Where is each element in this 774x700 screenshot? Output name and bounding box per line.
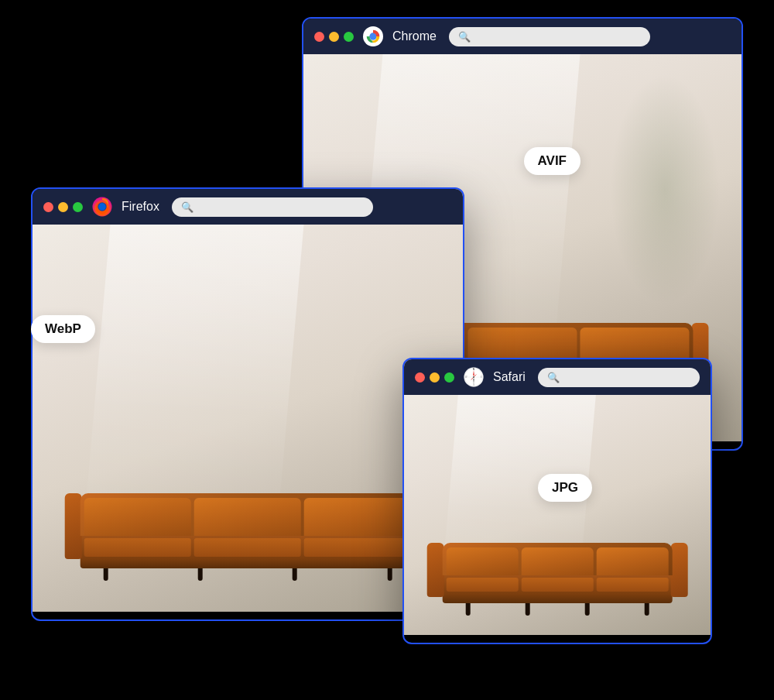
safari-maximize-button[interactable] [444, 372, 454, 383]
sofa-seat-panel-ff [80, 536, 416, 559]
sofa-arm-left-ff [65, 493, 82, 559]
sofa-seat-panel-sf [443, 575, 673, 594]
sofa-arm-left-sf [427, 543, 444, 597]
chrome-minimize-button[interactable] [329, 32, 339, 42]
firefox-search-icon: 🔍 [181, 201, 194, 213]
scene: Chrome 🔍 [31, 17, 743, 683]
avif-format-label: AVIF [524, 147, 580, 175]
sofa-back-panel-ff [80, 493, 416, 536]
firefox-search-bar[interactable]: 🔍 [172, 197, 373, 217]
safari-browser-name: Safari [493, 370, 526, 384]
chrome-traffic-lights [314, 32, 354, 42]
chrome-search-bar[interactable]: 🔍 [449, 27, 650, 46]
safari-titlebar: N S E W Safari 🔍 [404, 359, 711, 395]
svg-point-2 [371, 34, 375, 39]
sofa-back-panel-sf [443, 543, 673, 575]
chrome-close-button[interactable] [314, 32, 324, 42]
svg-point-13 [473, 376, 474, 378]
safari-traffic-lights [415, 372, 454, 383]
safari-search-bar[interactable]: 🔍 [538, 368, 700, 387]
sofa-arm-right-sf [670, 543, 687, 597]
safari-browser-content [404, 395, 711, 635]
chrome-logo-icon [363, 26, 383, 46]
chrome-plant-shadow [610, 74, 720, 306]
chrome-maximize-button[interactable] [344, 32, 354, 42]
chrome-titlebar: Chrome 🔍 [303, 19, 741, 54]
chrome-browser-name: Chrome [392, 29, 437, 43]
firefox-titlebar: Firefox 🔍 [33, 189, 463, 225]
safari-logo-icon: N S E W [464, 367, 484, 387]
firefox-browser-name: Firefox [122, 200, 159, 214]
svg-point-5 [98, 203, 105, 210]
webp-format-label: WebP [31, 315, 95, 343]
firefox-browser-window: Firefox 🔍 [31, 187, 464, 621]
safari-minimize-button[interactable] [430, 372, 440, 383]
chrome-search-icon: 🔍 [458, 31, 471, 43]
safari-search-icon: 🔍 [547, 372, 560, 383]
jpg-format-label: JPG [538, 474, 592, 502]
safari-close-button[interactable] [415, 372, 425, 383]
firefox-traffic-lights [43, 202, 83, 212]
firefox-browser-content [33, 225, 463, 612]
firefox-minimize-button[interactable] [58, 202, 68, 212]
firefox-room-light [84, 225, 304, 534]
firefox-maximize-button[interactable] [73, 202, 83, 212]
firefox-close-button[interactable] [43, 202, 53, 212]
firefox-logo-icon [92, 197, 112, 217]
